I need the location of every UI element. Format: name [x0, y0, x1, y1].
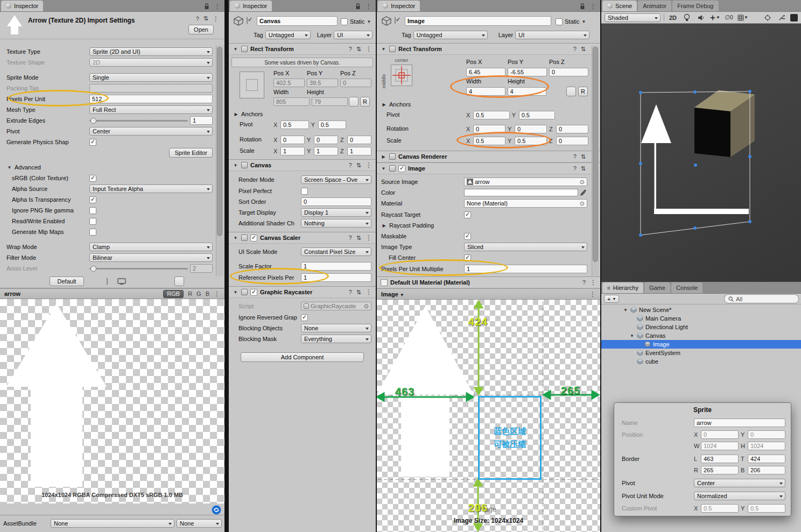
custom-pivot-y-field[interactable]: 0.5: [748, 504, 785, 513]
pos-z-field[interactable]: 0: [549, 68, 588, 76]
mesh-type-dropdown[interactable]: Full Rect: [89, 105, 213, 114]
tab-inspector[interactable]: Inspector: [1, 1, 43, 11]
tag-dropdown[interactable]: Untagged: [265, 31, 311, 39]
rect-transform-header[interactable]: ▼ Rect Transform ? ⇅ ⋮: [377, 43, 600, 55]
reference-ppu-field[interactable]: 1: [301, 273, 371, 282]
srgb-checkbox[interactable]: [89, 175, 96, 182]
scale-z-field[interactable]: 0: [556, 137, 588, 145]
hierarchy-item-cube[interactable]: cube: [601, 357, 801, 366]
pivot-dropdown[interactable]: Center: [694, 479, 785, 487]
kebab-menu-icon[interactable]: ⋮: [214, 291, 220, 296]
blueprint-mode-button[interactable]: [349, 97, 359, 107]
position-h-field[interactable]: 1024: [748, 442, 785, 450]
platform-override-checkbox[interactable]: [107, 278, 108, 285]
graphic-raycaster-header[interactable]: ▼ Graphic Raycaster ? ⇅ ⋮: [229, 286, 376, 298]
canvas-header[interactable]: ▼ Canvas ? ⇅ ⋮: [229, 159, 376, 171]
presets-icon[interactable]: ⇅: [581, 46, 586, 53]
source-image-field[interactable]: arrow ⊙: [464, 178, 587, 186]
sprite-name-field[interactable]: arrow: [694, 418, 785, 427]
hierarchy-item-directional-light[interactable]: Directional Light: [601, 323, 801, 331]
mip-maps-checkbox[interactable]: [89, 229, 96, 236]
generate-physics-checkbox[interactable]: [89, 139, 96, 146]
p1-scrollbar-thumb[interactable]: [217, 47, 222, 236]
lock-icon[interactable]: [204, 3, 209, 10]
static-checkbox[interactable]: [341, 18, 348, 25]
hierarchy-item-image[interactable]: Image: [601, 340, 801, 349]
wrap-mode-dropdown[interactable]: Clamp: [89, 243, 213, 251]
rect-transform-header[interactable]: ▼ Rect Transform ? ⇅ ⋮: [229, 43, 376, 55]
color-swatch[interactable]: [464, 189, 578, 196]
camera-preview-button[interactable]: [790, 14, 798, 22]
image-type-dropdown[interactable]: Sliced: [464, 243, 587, 251]
rotation-y-field[interactable]: 0: [515, 125, 547, 133]
ppu-multiplier-field[interactable]: 1: [464, 265, 587, 273]
kebab-menu-icon[interactable]: ⋮: [366, 235, 372, 240]
kebab-menu-icon[interactable]: ⋮: [366, 46, 372, 52]
p1-scrollbar[interactable]: [216, 46, 223, 276]
draw-mode-dropdown[interactable]: Shaded: [605, 13, 661, 22]
object-picker-icon[interactable]: ⊙: [580, 179, 585, 186]
script-field[interactable]: GraphicRaycaste ⊙: [301, 302, 371, 310]
scale-y-field[interactable]: 0.5: [515, 137, 547, 145]
tab-inspector[interactable]: Inspector: [378, 1, 420, 11]
presets-icon[interactable]: ⇅: [203, 15, 208, 22]
help-icon[interactable]: ?: [349, 162, 352, 168]
additional-shader-dropdown[interactable]: Nothing: [301, 219, 371, 228]
kebab-menu-icon[interactable]: ⋮: [366, 289, 372, 295]
channel-rgb-button[interactable]: RGB: [163, 290, 184, 298]
gameobject-active-checkbox[interactable]: [395, 17, 396, 24]
pivot-x-field[interactable]: 0.5: [473, 111, 510, 119]
advanced-foldout[interactable]: ▼ Advanced: [6, 162, 213, 173]
width-field[interactable]: 4: [466, 87, 505, 96]
blocking-objects-dropdown[interactable]: None: [301, 324, 371, 332]
sprite-editor-button[interactable]: Sprite Editor: [169, 148, 213, 158]
anchor-preset-widget[interactable]: [240, 72, 264, 98]
channel-r-button[interactable]: R: [188, 290, 192, 297]
rotation-y-field[interactable]: 0: [314, 136, 338, 144]
scene-lighting-button[interactable]: [681, 13, 692, 23]
presets-icon[interactable]: ⇅: [356, 46, 361, 53]
presets-icon[interactable]: ⇅: [356, 289, 361, 296]
tab-game[interactable]: Game: [644, 282, 670, 293]
pixel-perfect-checkbox[interactable]: [301, 188, 308, 195]
pivot-y-field[interactable]: 0.5: [519, 111, 556, 119]
scene-audio-button[interactable]: [695, 13, 706, 23]
aniso-level-slider[interactable]: [89, 268, 188, 269]
canvas-renderer-header[interactable]: ▶ Canvas Renderer ? ⇅ ⋮: [377, 151, 600, 162]
tab-animator[interactable]: Animator: [638, 1, 671, 11]
gameobject-active-checkbox[interactable]: [247, 17, 248, 24]
height-field[interactable]: 79: [312, 97, 348, 106]
static-checkbox[interactable]: [556, 18, 563, 25]
pixels-per-unit-field[interactable]: 512: [89, 95, 213, 103]
hierarchy-item-main-camera[interactable]: Main Camera: [601, 314, 801, 323]
help-icon[interactable]: ?: [573, 165, 577, 172]
channel-g-button[interactable]: G: [196, 290, 201, 297]
fill-center-checkbox[interactable]: [464, 254, 471, 261]
hierarchy-item-canvas[interactable]: ▼ Canvas: [601, 331, 801, 340]
open-button[interactable]: Open: [188, 25, 214, 34]
rotation-x-field[interactable]: 0: [473, 125, 505, 133]
grid-visibility-dropdown[interactable]: ▼: [737, 13, 748, 23]
tools-button[interactable]: [776, 13, 787, 23]
eyedropper-icon[interactable]: [580, 189, 587, 196]
presets-icon[interactable]: ⇅: [581, 165, 586, 172]
tab-frame-debug[interactable]: Frame Debug: [672, 1, 718, 11]
aniso-level-field[interactable]: 2: [190, 264, 213, 273]
presets-icon[interactable]: ⇅: [356, 162, 361, 169]
default-ui-material-header[interactable]: Default UI Material (Material) ? ⋮: [377, 276, 600, 288]
anchors-foldout[interactable]: ▶ Anchors: [381, 99, 411, 110]
pivot-unit-mode-dropdown[interactable]: Normalized: [694, 492, 785, 500]
static-control[interactable]: Static ▼: [556, 16, 598, 27]
hidden-objects-counter[interactable]: ∅0: [723, 13, 734, 23]
scale-z-field[interactable]: 1: [347, 147, 371, 155]
kebab-menu-icon[interactable]: ⋮: [214, 4, 221, 9]
ignore-png-checkbox[interactable]: [89, 207, 96, 214]
kebab-menu-icon[interactable]: ⋮: [366, 4, 372, 9]
rotation-z-field[interactable]: 0: [556, 125, 588, 133]
scene-viewport[interactable]: [601, 24, 801, 282]
gameobject-name-field[interactable]: Image: [405, 16, 551, 26]
tag-dropdown[interactable]: Untagged: [413, 31, 488, 39]
kebab-menu-icon[interactable]: ⋮: [590, 280, 596, 285]
graphic-raycaster-enabled-checkbox[interactable]: [250, 289, 257, 296]
raw-mode-button[interactable]: R: [578, 87, 588, 96]
